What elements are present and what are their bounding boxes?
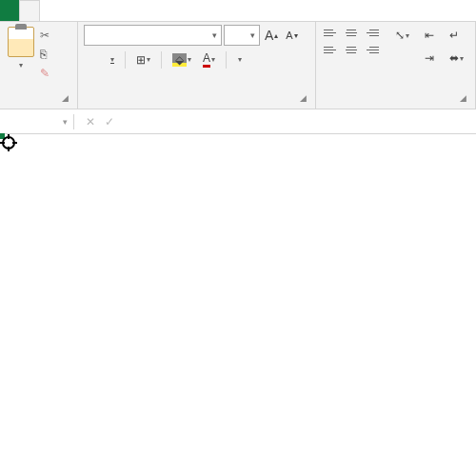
paste-button[interactable]: ▾ [6,25,36,71]
tab-home[interactable] [19,0,40,21]
font-color-button[interactable]: A▾ [200,50,218,69]
formula-bar: ▾ ✕ ✓ [0,109,476,134]
phonetic-button[interactable]: ▾ [234,53,245,66]
enter-icon[interactable]: ✓ [105,115,114,129]
dialog-launcher-icon[interactable]: ◢ [62,93,69,103]
align-top-right-button[interactable] [364,25,381,40]
tab-insert[interactable] [40,0,59,21]
align-buttons [322,25,383,57]
clipboard-group-label [6,80,71,83]
align-group-label [322,67,469,69]
merge-button[interactable]: ⬌▾ [446,50,466,67]
tab-view[interactable] [135,0,154,21]
align-right-button[interactable] [364,42,381,57]
tab-file[interactable] [0,0,19,21]
chevron-down-icon: ▾ [212,30,217,40]
menu-tabs [0,0,476,22]
bold-button[interactable] [84,58,89,62]
tab-review[interactable] [116,0,135,21]
wrap-text-button[interactable]: ↵ [446,27,466,44]
align-top-center-button[interactable] [343,25,360,40]
cancel-icon[interactable]: ✕ [86,115,95,129]
align-left-button[interactable] [322,42,339,57]
align-center-button[interactable] [343,42,360,57]
cell-cursor-icon [0,134,17,151]
dialog-launcher-icon[interactable]: ◢ [460,93,466,103]
increase-indent-button[interactable]: ⇥ [422,50,437,67]
name-box[interactable]: ▾ [0,114,74,129]
tab-layout[interactable] [59,0,78,21]
tab-formulas[interactable] [78,0,97,21]
fill-color-button[interactable]: ⬙▾ [169,51,194,69]
format-painter-icon[interactable]: ✎ [40,67,55,80]
decrease-font-icon[interactable]: A▾ [283,28,300,43]
selection-box [0,134,4,138]
clipboard-icon [8,27,34,57]
dialog-launcher-icon[interactable]: ◢ [300,93,307,103]
font-size-combo[interactable]: ▾ [224,25,260,46]
chevron-down-icon: ▾ [19,61,23,69]
tab-dev[interactable] [154,0,173,21]
chevron-down-icon: ▾ [250,30,255,40]
border-button[interactable]: ⊞▾ [133,51,153,69]
cut-icon[interactable]: ✂ [40,29,55,42]
svg-point-0 [3,137,14,149]
ribbon: ▾ ✂ ⎘ ✎ ◢ ▾ ▾ A▴ A▾ ▾ [0,22,476,109]
formula-input[interactable] [137,112,476,131]
italic-button[interactable] [95,58,101,62]
increase-font-icon[interactable]: A▴ [262,26,281,45]
font-group-label [84,69,309,72]
underline-button[interactable]: ▾ [107,53,117,66]
orientation-button[interactable]: ⤡▾ [392,27,412,44]
decrease-indent-button[interactable]: ⇤ [422,27,437,44]
font-name-combo[interactable]: ▾ [84,25,222,46]
tab-data[interactable] [97,0,116,21]
align-top-left-button[interactable] [322,25,339,40]
copy-icon[interactable]: ⎘ [40,48,55,61]
chevron-down-icon: ▾ [63,117,68,127]
